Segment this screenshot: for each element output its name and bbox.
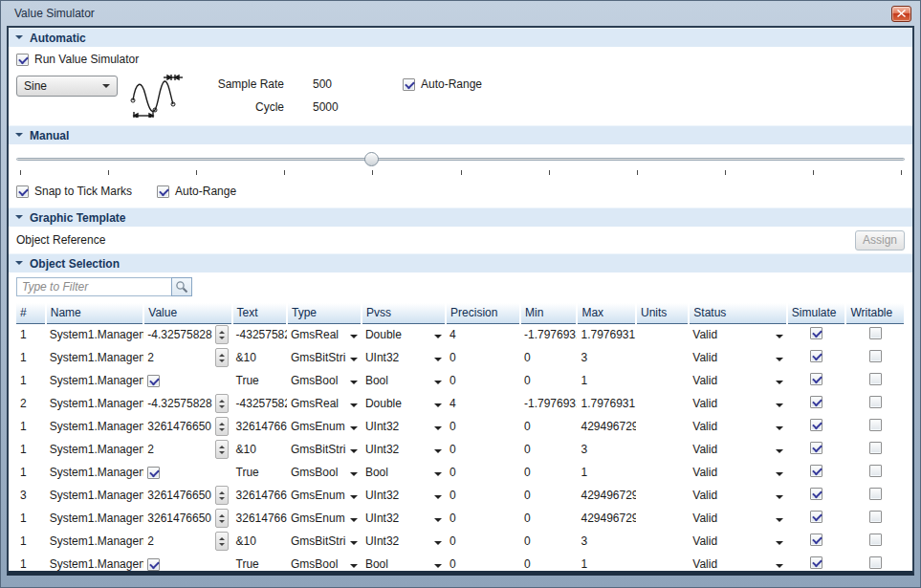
- table-row[interactable]: 1 System1.Managen 2 &10 GmsBitStri UInt3…: [16, 530, 905, 553]
- col-header-writable[interactable]: Writable: [845, 303, 905, 323]
- manual-value-slider[interactable]: [16, 152, 905, 167]
- chevron-down-icon[interactable]: [434, 495, 442, 503]
- section-object-selection-header[interactable]: Object Selection: [9, 253, 912, 272]
- chevron-down-icon[interactable]: [350, 495, 358, 503]
- chevron-down-icon[interactable]: [434, 358, 442, 365]
- row-pvss-dropdown[interactable]: Bool: [362, 461, 446, 484]
- chevron-down-icon[interactable]: [350, 403, 358, 411]
- section-manual-header[interactable]: Manual: [9, 125, 912, 144]
- col-header-precision[interactable]: Precision: [446, 303, 520, 323]
- run-value-simulator-checkbox[interactable]: [16, 54, 29, 66]
- writable-checkbox[interactable]: [869, 442, 882, 454]
- row-type-dropdown[interactable]: GmsBool: [287, 553, 362, 576]
- row-status-dropdown[interactable]: Valid: [689, 530, 787, 553]
- chevron-down-icon[interactable]: [350, 381, 358, 388]
- table-row[interactable]: 1 System1.Managen 2 &10 GmsBitStri UInt3…: [16, 438, 905, 461]
- row-status-dropdown[interactable]: Valid: [689, 438, 787, 461]
- row-status-dropdown[interactable]: Valid: [689, 415, 787, 438]
- row-status-dropdown[interactable]: Valid: [689, 484, 787, 507]
- chevron-down-icon[interactable]: [434, 472, 442, 480]
- chevron-down-icon[interactable]: [434, 518, 442, 526]
- table-row[interactable]: 1 System1.Managen 3261476650 326147665 G…: [16, 415, 905, 438]
- spin-down-icon[interactable]: [219, 520, 225, 526]
- value-spinbox[interactable]: [215, 417, 229, 436]
- value-spinbox[interactable]: [215, 486, 229, 505]
- chevron-down-icon[interactable]: [350, 541, 358, 549]
- simulate-checkbox[interactable]: [810, 465, 822, 477]
- col-header-pvss[interactable]: Pvss: [362, 303, 446, 323]
- spin-down-icon[interactable]: [219, 359, 225, 365]
- chevron-down-icon[interactable]: [350, 449, 358, 457]
- value-text[interactable]: 3261476650: [147, 420, 211, 433]
- chevron-down-icon[interactable]: [350, 358, 358, 365]
- value-text[interactable]: 2: [147, 534, 154, 548]
- row-pvss-dropdown[interactable]: UInt32: [362, 346, 446, 369]
- filter-input[interactable]: [16, 277, 171, 296]
- value-checkbox[interactable]: [147, 375, 160, 387]
- table-row[interactable]: 3 System1.Managen 3261476650 326147665 G…: [16, 484, 905, 507]
- chevron-down-icon[interactable]: [350, 518, 358, 526]
- chevron-down-icon[interactable]: [434, 449, 442, 457]
- row-pvss-dropdown[interactable]: UInt32: [362, 415, 446, 438]
- value-text[interactable]: -4.32575828: [147, 328, 211, 341]
- row-type-dropdown[interactable]: GmsEnum: [287, 484, 362, 507]
- spin-down-icon[interactable]: [219, 428, 225, 434]
- row-pvss-dropdown[interactable]: UInt32: [362, 484, 446, 507]
- row-type-dropdown[interactable]: GmsReal: [287, 392, 362, 415]
- chevron-down-icon[interactable]: [776, 495, 783, 503]
- value-text[interactable]: 3261476650: [147, 489, 211, 502]
- spin-up-icon[interactable]: [219, 534, 225, 540]
- writable-checkbox[interactable]: [869, 350, 882, 362]
- row-type-dropdown[interactable]: GmsBitStri: [287, 530, 362, 553]
- table-row[interactable]: 1 System1.Managen -4.32575828 -43257582 …: [16, 323, 905, 346]
- col-header-simulate[interactable]: Simulate: [787, 303, 846, 323]
- chevron-down-icon[interactable]: [776, 472, 783, 480]
- chevron-down-icon[interactable]: [776, 541, 783, 549]
- chevron-down-icon[interactable]: [776, 426, 783, 434]
- value-spinbox[interactable]: [215, 394, 229, 413]
- row-pvss-dropdown[interactable]: Double: [362, 392, 446, 415]
- chevron-down-icon[interactable]: [776, 381, 783, 388]
- row-type-dropdown[interactable]: GmsBitStri: [287, 438, 362, 461]
- chevron-down-icon[interactable]: [350, 335, 358, 342]
- row-pvss-dropdown[interactable]: Double: [362, 323, 446, 346]
- col-header-min[interactable]: Min: [520, 303, 577, 323]
- spin-up-icon[interactable]: [219, 397, 225, 403]
- spin-up-icon[interactable]: [219, 443, 225, 448]
- row-pvss-dropdown[interactable]: UInt32: [362, 507, 446, 530]
- row-pvss-dropdown[interactable]: UInt32: [362, 438, 446, 461]
- col-header-text[interactable]: Text: [232, 303, 287, 323]
- col-header-num[interactable]: #: [16, 303, 46, 323]
- titlebar[interactable]: Value Simulator: [7, 1, 914, 26]
- chevron-down-icon[interactable]: [434, 541, 442, 549]
- value-text[interactable]: 2: [147, 351, 154, 364]
- row-status-dropdown[interactable]: Valid: [689, 392, 787, 415]
- col-header-status[interactable]: Status: [689, 303, 787, 323]
- row-type-dropdown[interactable]: GmsEnum: [287, 415, 362, 438]
- simulate-checkbox[interactable]: [810, 350, 822, 362]
- writable-checkbox[interactable]: [869, 373, 882, 385]
- section-automatic-header[interactable]: Automatic: [9, 28, 912, 47]
- spin-down-icon[interactable]: [219, 543, 225, 549]
- close-button[interactable]: [891, 6, 911, 22]
- writable-checkbox[interactable]: [869, 465, 882, 477]
- spin-down-icon[interactable]: [219, 337, 225, 342]
- table-row[interactable]: 2 System1.Managen -4.32575828 -43257582 …: [16, 392, 905, 415]
- snap-to-tick-marks-checkbox[interactable]: [16, 185, 29, 198]
- value-spinbox[interactable]: [215, 509, 229, 528]
- row-pvss-dropdown[interactable]: Bool: [362, 553, 446, 576]
- chevron-down-icon[interactable]: [776, 449, 783, 457]
- row-type-dropdown[interactable]: GmsReal: [287, 323, 362, 346]
- writable-checkbox[interactable]: [869, 534, 882, 546]
- slider-thumb[interactable]: [364, 152, 379, 166]
- row-status-dropdown[interactable]: Valid: [689, 553, 787, 576]
- chevron-down-icon[interactable]: [434, 381, 442, 388]
- row-pvss-dropdown[interactable]: UInt32: [362, 530, 446, 553]
- chevron-down-icon[interactable]: [434, 403, 442, 411]
- chevron-down-icon[interactable]: [350, 426, 358, 434]
- slider-track[interactable]: [16, 158, 905, 161]
- row-status-dropdown[interactable]: Valid: [689, 346, 787, 369]
- value-spinbox[interactable]: [215, 348, 229, 367]
- value-spinbox[interactable]: [215, 532, 229, 551]
- spin-up-icon[interactable]: [219, 489, 225, 494]
